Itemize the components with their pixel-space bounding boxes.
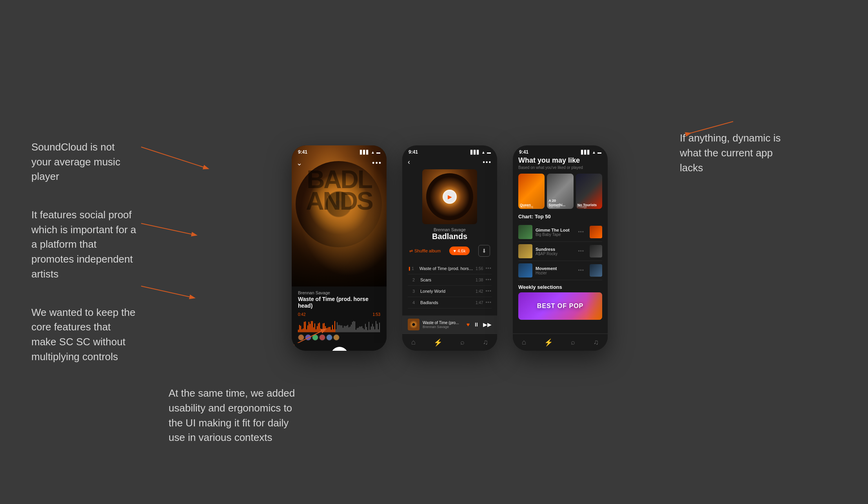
table-row[interactable]: 3 Lonely World 1:42 ••• xyxy=(408,286,492,297)
table-row[interactable]: 4 Badlands 1:47 ••• xyxy=(408,297,492,308)
chart-more-btn[interactable]: ••• xyxy=(578,229,584,235)
heart-icon: ♥ xyxy=(453,248,456,253)
wifi-icon-3: ▲ xyxy=(592,150,596,154)
back-button[interactable]: ‹ xyxy=(408,158,410,166)
np-heart-btn[interactable]: ♥ xyxy=(467,321,470,328)
card-artist: Prodigy xyxy=(577,205,587,208)
more-options-icon[interactable]: ••• xyxy=(372,159,382,167)
waveform-icon: ▐ xyxy=(408,267,410,270)
player-controls: ⇌ ⏮ ⏸ ⏭ ♥ xyxy=(292,343,387,351)
track-number: 3 xyxy=(412,289,418,294)
annotation-3: We wanted to keep the core features that… xyxy=(31,305,137,364)
shuffle-icon: ⇌ xyxy=(409,248,413,254)
signal-icon-3: ▋▋▋ xyxy=(581,150,590,154)
phone-discover: 9:41 ▋▋▋ ▲ ▬ What you may like Based on … xyxy=(513,145,608,351)
banner-gradient xyxy=(587,292,602,320)
page: SoundCloud is not your average music pla… xyxy=(0,0,868,504)
track-more-btn[interactable]: ••• xyxy=(485,266,492,271)
chart-item-sundress[interactable]: Sundress A$AP Rocky ••• xyxy=(518,242,602,261)
chart-artist: Big Baby Tape xyxy=(536,232,575,237)
more-options-btn[interactable]: ••• xyxy=(483,159,492,166)
weekly-banner[interactable]: BEST OF POP xyxy=(518,292,602,320)
phone-now-playing: 9:41 ▋▋▋ ▲ ▬ BADL ANDS ⌄ ••• xyxy=(292,145,387,351)
status-bar-1: 9:41 ▋▋▋ ▲ ▬ xyxy=(292,145,387,156)
card-queen[interactable]: Queen Nicki Minaj xyxy=(518,174,545,209)
status-icons-2: ▋▋▋ ▲ ▬ xyxy=(470,150,491,154)
chart-more-btn[interactable]: ••• xyxy=(578,268,584,273)
now-playing-info: Waste of Time (pro... Brennan Savage xyxy=(423,321,463,329)
artist-name: Brennan Savage xyxy=(298,290,380,295)
np-next-btn[interactable]: ▶▶ xyxy=(483,321,492,328)
track-more-btn[interactable]: ••• xyxy=(485,288,492,294)
track-more-btn[interactable]: ••• xyxy=(485,300,492,305)
download-btn[interactable]: ⬇ xyxy=(478,245,490,257)
status-bar-3: 9:41 ▋▋▋ ▲ ▬ xyxy=(513,145,608,156)
svg-line-0 xyxy=(141,147,208,169)
tab-library-icon[interactable]: ♫ xyxy=(483,338,488,346)
tab-activity-icon[interactable]: ⚡ xyxy=(434,338,442,347)
table-row[interactable]: 2 Scars 1:38 ••• xyxy=(408,274,492,286)
now-playing-title: Waste of Time (pro... xyxy=(423,321,463,325)
now-playing-thumb xyxy=(408,319,419,330)
chart-thumb xyxy=(518,244,532,258)
tab-search-icon[interactable]: ⌕ xyxy=(460,338,465,346)
tab-home-icon[interactable]: ⌂ xyxy=(411,338,416,346)
card-no-tourists[interactable]: No Tourists Prodigy xyxy=(576,174,602,209)
track-duration: 1:42 xyxy=(476,289,483,294)
play-button[interactable]: ▶ xyxy=(443,190,457,204)
like-count: 4.6k xyxy=(458,248,466,253)
recommendation-cards: Queen Nicki Minaj A 20 Somethi... Two Fe… xyxy=(518,174,602,209)
ph2-action-bar: ⇌ Shuffle album ♥ 4.6k ⬇ xyxy=(408,245,492,257)
tab-search-icon-3[interactable]: ⌕ xyxy=(571,338,575,346)
signal-icon: ▋▋▋ xyxy=(360,150,369,154)
download-icon: ⬇ xyxy=(482,248,487,254)
chart-name: Gimme The Loot xyxy=(536,228,575,232)
tab-library-icon-3[interactable]: ♫ xyxy=(593,338,599,346)
chart-item-movement[interactable]: Movement Hozier ••• xyxy=(518,261,602,280)
chart-artist: Hozier xyxy=(536,271,575,275)
track-info-section: Brennan Savage Waste of Time (prod. hors… xyxy=(292,286,387,311)
chart-item-gimme[interactable]: Gimme The Loot Big Baby Tape ••• xyxy=(518,223,602,242)
chart-section-title: Chart: Top 50 xyxy=(518,214,602,219)
annotation-1: SoundCloud is not your average music pla… xyxy=(31,140,137,184)
chart-more-btn[interactable]: ••• xyxy=(578,248,584,254)
avatar xyxy=(333,334,340,341)
like-album-btn[interactable]: ♥ 4.6k xyxy=(449,247,469,255)
chart-info: Gimme The Loot Big Baby Tape xyxy=(536,228,575,237)
shuffle-label: Shuffle album xyxy=(414,248,441,253)
track-number: 2 xyxy=(412,277,418,282)
ph2-artist-name: Brennan Savage xyxy=(408,227,492,232)
np-pause-btn[interactable]: ⏸ xyxy=(474,321,479,328)
time-2: 9:41 xyxy=(409,149,418,155)
tab-bar-3: ⌂ ⚡ ⌕ ♫ xyxy=(513,334,608,351)
track-duration: 1:56 xyxy=(476,267,483,271)
album-cover-area: ▶ xyxy=(408,169,492,224)
time-1: 9:41 xyxy=(298,149,307,155)
tab-home-icon-3[interactable]: ⌂ xyxy=(522,338,526,346)
wifi-icon: ▲ xyxy=(371,150,375,154)
waveform[interactable] xyxy=(298,318,380,332)
card-20-something[interactable]: A 20 Somethi... Two Feet xyxy=(547,174,573,209)
svg-line-2 xyxy=(141,286,194,298)
track-more-btn[interactable]: ••• xyxy=(485,277,492,283)
ph1-nav: ⌄ ••• xyxy=(292,156,387,170)
pause-button[interactable]: ⏸ xyxy=(331,347,348,351)
track-duration: 1:47 xyxy=(476,301,483,305)
album-cover: ▶ xyxy=(422,169,477,224)
phone-album-view: 9:41 ▋▋▋ ▲ ▬ ‹ ••• ▶ Bre xyxy=(402,145,497,351)
shuffle-album-btn[interactable]: ⇌ Shuffle album xyxy=(409,248,441,254)
track-name-col: Lonely World xyxy=(418,289,476,294)
chart-name: Movement xyxy=(536,266,575,271)
tab-activity-icon-3[interactable]: ⚡ xyxy=(544,338,553,347)
chart-info: Sundress A$AP Rocky xyxy=(536,247,575,256)
battery-icon-3: ▬ xyxy=(597,150,601,154)
table-row[interactable]: ▐ 1 Waste of Time (prod. horse... 1:56 •… xyxy=(408,263,492,274)
ph2-album-title: Badlands xyxy=(408,232,492,241)
progress-time: 0:42 1:53 xyxy=(298,312,380,317)
ph2-nav: ‹ ••• xyxy=(408,156,492,169)
listener-avatars xyxy=(298,334,380,341)
left-annotations: SoundCloud is not your average music pla… xyxy=(31,140,137,364)
chevron-down-icon[interactable]: ⌄ xyxy=(296,159,302,167)
np-controls: ♥ ⏸ ▶▶ xyxy=(467,321,492,328)
track-name: Scars xyxy=(420,277,473,282)
